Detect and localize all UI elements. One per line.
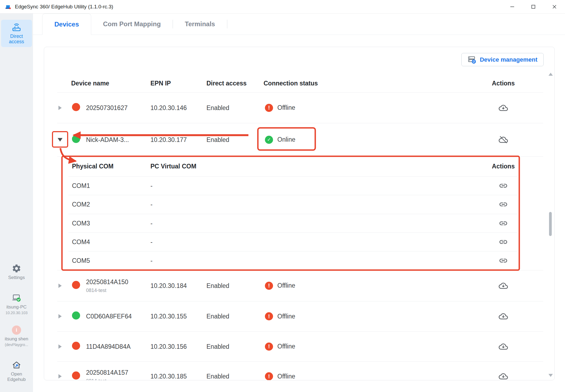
com-row[interactable]: COM5 - [44, 251, 554, 270]
physical-com: COM5 [72, 257, 90, 264]
info-icon: i [12, 325, 21, 335]
com-row[interactable]: COM3 - [44, 214, 554, 232]
tab-devices[interactable]: Devices [42, 14, 91, 35]
cloud-download-icon[interactable] [499, 312, 508, 321]
header-subtable-actions: Actions [484, 163, 522, 170]
expand-caret-icon[interactable] [56, 374, 64, 378]
connection-status-label: Offline [277, 104, 295, 111]
expand-caret-icon[interactable] [56, 106, 64, 110]
close-button[interactable] [544, 0, 565, 13]
maximize-button[interactable] [523, 0, 544, 13]
table-row[interactable]: 20250814A150 0814-test 10.20.30.184 Enab… [44, 270, 554, 301]
scroll-thumb[interactable] [549, 212, 552, 236]
offline-icon: ! [265, 312, 273, 320]
device-name: 20250814A157 0814-test [86, 369, 128, 381]
table-row[interactable]: Nick-ADAM-3... 10.20.30.177 Enabled ✓ On… [44, 123, 554, 156]
link-icon[interactable] [499, 200, 508, 209]
connection-status-label: Offline [277, 373, 295, 380]
open-edgehub-label-1: Open [11, 371, 22, 377]
table-row[interactable]: 11D4A894D84A 10.20.30.156 Enabled ! Offl… [44, 331, 554, 361]
device-name: 202507301627 [86, 104, 128, 111]
cloud-download-icon[interactable] [499, 342, 508, 351]
direct-access-value: Enabled [206, 104, 229, 111]
expand-caret-icon[interactable] [56, 314, 64, 318]
com-row[interactable]: COM4 - [44, 232, 554, 251]
header-epn-ip: EPN IP [150, 80, 171, 87]
connection-status: ! Offline [265, 282, 295, 290]
devices-panel: Device management Device name EPN IP Dir… [44, 47, 555, 380]
maximize-icon [531, 4, 536, 9]
expand-caret-icon[interactable] [56, 344, 64, 349]
header-pc-virtual-com: PC Virtual COM [150, 163, 196, 170]
pc-virtual-com: - [150, 220, 153, 227]
direct-access-value: Enabled [206, 343, 229, 350]
sidebar-item-user[interactable]: i itsung shen (devPlaygro... [0, 325, 33, 347]
device-name: 11D4A894D84A [86, 343, 131, 350]
device-status-dot [72, 342, 80, 351]
header-device-name: Device name [71, 80, 109, 87]
device-name: 20250814A150 0814-test [86, 278, 128, 293]
router-icon [12, 22, 21, 32]
direct-access-value: Enabled [206, 313, 229, 320]
header-actions: Actions [484, 80, 522, 87]
tab-terminals[interactable]: Terminals [173, 14, 227, 35]
epn-ip: 10.20.30.155 [150, 313, 187, 320]
table-row[interactable]: 202507301627 10.20.30.146 Enabled ! Offl… [44, 92, 554, 123]
minimize-button[interactable] [502, 0, 523, 13]
link-icon[interactable] [499, 237, 508, 247]
device-status-dot [72, 371, 80, 380]
link-icon[interactable] [499, 219, 508, 228]
cloud-download-icon[interactable] [499, 281, 508, 290]
cloud-off-icon[interactable] [499, 135, 508, 144]
cloud-download-icon[interactable] [499, 372, 508, 380]
device-name: Nick-ADAM-3... [86, 136, 129, 143]
tab-bar: Devices Com Port Mapping Terminals [33, 14, 565, 35]
cloud-download-icon[interactable] [499, 103, 508, 112]
device-management-button[interactable]: Device management [461, 53, 544, 66]
sidebar-item-open-edgehub[interactable]: Open Edgehub [0, 360, 33, 382]
offline-icon: ! [265, 282, 273, 290]
connection-status: ! Offline [265, 104, 295, 112]
table-row[interactable]: 20250814A157 0814-test 10.20.30.185 Enab… [44, 361, 554, 380]
device-status-dot [72, 135, 80, 145]
subtable-header-row: Physical COM PC Virtual COM Actions [44, 156, 554, 176]
open-edgehub-label-2: Edgehub [7, 377, 26, 382]
window-title: EdgeSync 360/ EdgeHub Utility (1.1.0-rc.… [15, 4, 113, 10]
sidebar-item-pc[interactable]: itsung-PC 10.20.30.103 [0, 293, 33, 315]
physical-com: COM2 [72, 201, 90, 208]
title-bar: EdgeSync 360/ EdgeHub Utility (1.1.0-rc.… [0, 0, 565, 14]
device-management-icon [468, 55, 476, 64]
scroll-up-arrow[interactable] [548, 73, 553, 76]
epn-ip: 10.20.30.146 [150, 104, 187, 111]
device-name: C0D60A8FEF64 [86, 313, 132, 320]
expand-caret-icon[interactable] [56, 284, 64, 288]
pc-virtual-com: - [150, 182, 153, 189]
tab-com-port-mapping[interactable]: Com Port Mapping [91, 14, 173, 35]
com-row[interactable]: COM1 - [44, 176, 554, 195]
connection-status-label: Offline [277, 343, 295, 350]
link-icon[interactable] [499, 181, 508, 190]
pc-virtual-com: - [150, 201, 153, 208]
gear-icon [12, 264, 21, 273]
com-row[interactable]: COM2 - [44, 195, 554, 214]
scrollbar[interactable] [548, 73, 553, 377]
table-header-row: Device name EPN IP Direct access Connect… [44, 74, 554, 92]
link-icon[interactable] [499, 256, 508, 265]
connection-status-label: Offline [277, 313, 295, 320]
connection-status: ! Offline [265, 372, 295, 380]
direct-access-value: Enabled [206, 136, 229, 143]
user-org: (devPlaygro... [5, 343, 28, 347]
header-connection-status: Connection status [264, 80, 318, 87]
sidebar-item-direct-access[interactable]: Direct access [1, 20, 32, 47]
scroll-down-arrow[interactable] [548, 374, 553, 377]
tab-separator [227, 20, 227, 28]
epn-ip: 10.20.30.177 [150, 136, 187, 143]
device-subtitle: 0814-test [86, 378, 128, 381]
offline-icon: ! [265, 343, 273, 351]
direct-access-label-1: Direct [10, 33, 23, 39]
pc-virtual-com: - [150, 238, 153, 245]
table-row[interactable]: C0D60A8FEF64 10.20.30.155 Enabled ! Offl… [44, 301, 554, 331]
settings-label: Settings [8, 275, 25, 280]
sidebar-item-settings[interactable]: Settings [0, 264, 33, 280]
collapse-caret-icon[interactable] [56, 138, 64, 141]
